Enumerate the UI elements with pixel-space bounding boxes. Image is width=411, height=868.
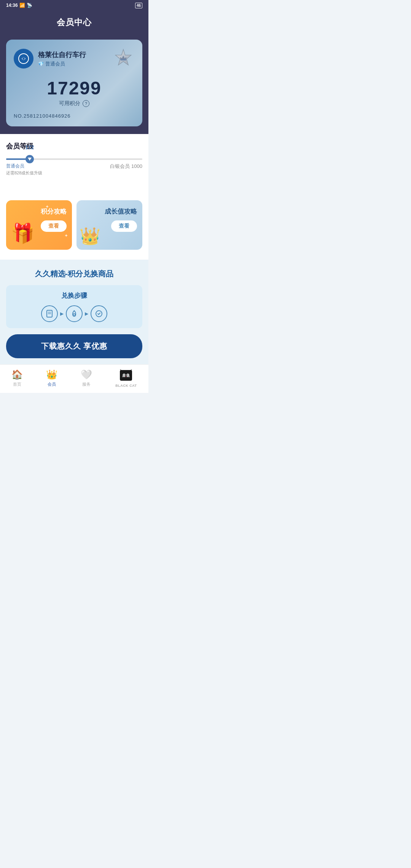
growth-guide-label: 成长值攻略 bbox=[105, 207, 137, 216]
medal-icon bbox=[112, 47, 135, 70]
level-labels: 普通会员 还需828成长值升级 白银会员 1000 bbox=[6, 163, 142, 176]
card-name-group: 格莱仕自行车行 💎 普通会员 bbox=[38, 50, 86, 67]
level-right-text: 白银会员 1000 bbox=[110, 163, 142, 176]
main-content: 会员等级 172 普通会员 还需828成长值升级 白银会员 1000 ✦ bbox=[0, 134, 148, 364]
signal-icon: 📶 bbox=[19, 3, 25, 8]
points-guide-label: 积分攻略 bbox=[41, 207, 67, 216]
service-icon: 🤍 bbox=[81, 369, 92, 380]
membership-card: 格莱仕自行车行 💎 普通会员 bbox=[6, 40, 142, 126]
help-icon[interactable]: ? bbox=[83, 100, 89, 107]
nav-label-blackcat: BLACK CAT bbox=[115, 384, 137, 388]
status-bar: 14:36 📶 📡 46 bbox=[0, 0, 148, 11]
points-guide-card: ✦ ✦ ✦ 🎁 积分攻略 查看 bbox=[6, 200, 72, 250]
battery-display: 46 bbox=[135, 3, 142, 8]
svg-point-1 bbox=[22, 57, 25, 60]
download-btn-wrapper: 下载惠久久 享优惠 bbox=[6, 334, 142, 358]
step-arrow-1: ▶ bbox=[60, 311, 64, 316]
level-label-left-group: 普通会员 还需828成长值升级 bbox=[6, 163, 42, 176]
card-logo-icon bbox=[14, 49, 33, 69]
progress-value: 172 bbox=[25, 144, 34, 150]
step-arrow-2: ▶ bbox=[85, 311, 88, 316]
level-progress-container: 172 普通会员 还需828成长值升级 白银会员 1000 bbox=[6, 158, 142, 191]
nav-item-blackcat[interactable]: BLACK CAT bbox=[115, 369, 137, 388]
svg-point-12 bbox=[127, 375, 129, 376]
exchange-steps: ▶ ▶ bbox=[12, 305, 136, 322]
member-level-section: 会员等级 172 普通会员 还需828成长值升级 白银会员 1000 bbox=[0, 134, 148, 197]
sparkle-3: ✦ bbox=[64, 233, 68, 238]
exchange-steps-title: 兑换步骤 bbox=[12, 291, 136, 300]
step-icon-1 bbox=[41, 305, 58, 322]
member-icon: 👑 bbox=[46, 369, 57, 380]
status-bar-left: 14:36 📶 📡 bbox=[6, 3, 32, 8]
exchange-steps-card: 兑换步骤 ▶ ▶ bbox=[6, 285, 142, 328]
exchange-section: 久久精选-积分兑换商品 兑换步骤 ▶ ▶ 下载惠久久 享优惠 bbox=[0, 260, 148, 364]
thumb-diamond-icon bbox=[28, 158, 32, 161]
nav-item-member[interactable]: 👑 会员 bbox=[46, 369, 57, 387]
card-logo-info: 格莱仕自行车行 💎 普通会员 bbox=[14, 49, 86, 69]
points-label-text: 可用积分 bbox=[59, 100, 80, 107]
crown-icon: 👑 bbox=[80, 226, 100, 246]
points-number: 17299 bbox=[14, 78, 135, 99]
home-icon: 🏠 bbox=[11, 369, 23, 380]
progress-thumb: 172 bbox=[25, 155, 34, 163]
card-wrapper: 格莱仕自行车行 💎 普通会员 bbox=[0, 40, 148, 134]
wifi-icon: 📡 bbox=[27, 3, 32, 8]
nav-label-service: 服务 bbox=[82, 381, 91, 387]
card-top: 格莱仕自行车行 💎 普通会员 bbox=[14, 47, 135, 70]
svg-point-11 bbox=[124, 375, 125, 376]
page-title: 会员中心 bbox=[0, 17, 148, 28]
member-level-text: 普通会员 bbox=[45, 61, 65, 67]
points-label: 可用积分 ? bbox=[14, 100, 135, 107]
member-level-badge: 💎 普通会员 bbox=[38, 61, 86, 67]
feature-cards-grid: ✦ ✦ ✦ 🎁 积分攻略 查看 👑 成长值攻略 查看 bbox=[0, 197, 148, 256]
diamond-icon: 💎 bbox=[38, 61, 44, 67]
level-left-text: 普通会员 bbox=[6, 163, 42, 169]
time-display: 14:36 bbox=[6, 3, 18, 8]
svg-point-7 bbox=[73, 314, 75, 316]
growth-guide-btn[interactable]: 查看 bbox=[111, 220, 137, 232]
card-number: NO.258121004846926 bbox=[14, 113, 135, 119]
progress-track: 172 bbox=[6, 158, 142, 160]
step-icon-2 bbox=[66, 305, 83, 322]
growth-guide-card: 👑 成长值攻略 查看 bbox=[76, 200, 142, 250]
card-points: 17299 可用积分 ? bbox=[14, 78, 135, 107]
step-icon-3 bbox=[91, 305, 107, 322]
nav-item-service[interactable]: 🤍 服务 bbox=[81, 369, 92, 387]
exchange-section-title: 久久精选-积分兑换商品 bbox=[6, 269, 142, 279]
nav-label-member: 会员 bbox=[48, 381, 56, 387]
download-button[interactable]: 下载惠久久 享优惠 bbox=[6, 334, 142, 358]
nav-item-home[interactable]: 🏠 首页 bbox=[11, 369, 23, 387]
level-left-sub: 还需828成长值升级 bbox=[6, 170, 42, 176]
page-header: 会员中心 bbox=[0, 11, 148, 40]
svg-rect-3 bbox=[121, 59, 126, 61]
status-bar-right: 46 bbox=[135, 3, 142, 8]
store-name: 格莱仕自行车行 bbox=[38, 50, 86, 59]
nav-label-home: 首页 bbox=[13, 381, 21, 387]
gift-icon: 🎁 bbox=[11, 222, 34, 244]
points-guide-btn[interactable]: 查看 bbox=[41, 220, 67, 232]
black-cat-logo bbox=[118, 369, 134, 382]
bottom-nav: 🏠 首页 👑 会员 🤍 服务 bbox=[0, 364, 148, 393]
